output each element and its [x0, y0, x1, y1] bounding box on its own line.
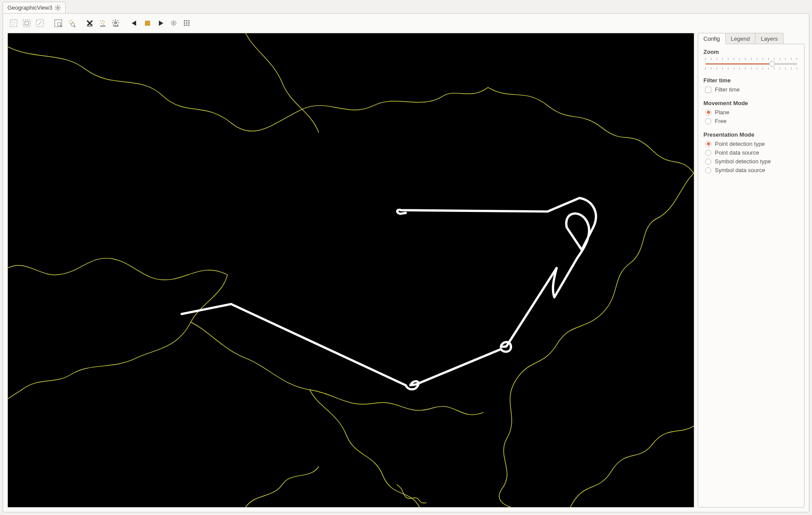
svg-rect-33 — [100, 25, 105, 27]
grid-icon[interactable] — [181, 17, 193, 29]
svg-line-5 — [56, 6, 56, 7]
stop-icon[interactable] — [141, 17, 154, 29]
play-forward-icon[interactable] — [155, 17, 167, 29]
gear-icon — [55, 5, 61, 11]
radio-icon — [705, 118, 711, 124]
content-row: Config Legend Layers Zoom Filter time — [3, 33, 809, 512]
svg-point-12 — [13, 24, 14, 25]
svg-marker-44 — [132, 21, 136, 26]
side-tabs: Config Legend Layers — [698, 33, 805, 44]
zoom-extent-icon[interactable] — [52, 17, 64, 29]
tab-layers[interactable]: Layers — [755, 33, 784, 44]
step-icon[interactable] — [168, 17, 180, 29]
svg-rect-45 — [145, 21, 150, 25]
svg-line-40 — [117, 25, 118, 25]
radio-label: Plane — [715, 109, 729, 116]
svg-line-6 — [60, 9, 60, 10]
svg-rect-14 — [25, 21, 28, 25]
svg-rect-60 — [186, 25, 187, 26]
svg-rect-13 — [23, 20, 30, 27]
svg-line-41 — [113, 25, 114, 25]
radio-icon — [705, 159, 711, 165]
svg-point-19 — [69, 21, 70, 22]
svg-rect-53 — [184, 20, 185, 21]
select-marquee-icon[interactable] — [34, 17, 46, 29]
movement-mode-section: Movement Mode Plane Free — [703, 100, 799, 124]
map-viewport[interactable] — [7, 33, 694, 508]
svg-rect-58 — [188, 22, 190, 24]
select-rect-icon[interactable] — [21, 17, 33, 29]
radio-label: Symbol detection type — [715, 158, 771, 165]
radio-icon — [705, 150, 711, 156]
window-tab-label: GeographicView3 — [7, 4, 52, 11]
zoom-ticks-bottom — [705, 67, 797, 70]
svg-rect-9 — [10, 20, 17, 27]
svg-marker-46 — [159, 21, 163, 26]
filter-time-label: Filter time — [715, 86, 740, 93]
svg-point-50 — [175, 24, 176, 25]
toolbar — [3, 14, 809, 33]
svg-point-17 — [57, 22, 61, 26]
clear-x-icon[interactable] — [84, 17, 96, 29]
svg-line-39 — [113, 20, 114, 21]
radio-label: Point data source — [715, 149, 759, 156]
side-body: Zoom Filter time Filter time — [698, 44, 805, 508]
presentation-symbol-data-source[interactable]: Symbol data source — [705, 167, 799, 173]
movement-mode-free[interactable]: Free — [705, 118, 799, 124]
filter-time-title: Filter time — [703, 77, 799, 84]
svg-rect-43 — [113, 25, 119, 27]
settings-gear-icon[interactable] — [110, 17, 122, 29]
svg-line-7 — [56, 9, 56, 10]
select-area-icon[interactable] — [7, 17, 20, 29]
tab-legend[interactable]: Legend — [725, 33, 756, 44]
presentation-mode-section: Presentation Mode Point detection type P… — [703, 131, 799, 173]
zoom-title: Zoom — [703, 49, 799, 55]
filter-points-icon[interactable] — [97, 17, 109, 29]
svg-point-0 — [57, 7, 60, 9]
svg-point-32 — [103, 24, 104, 25]
svg-point-21 — [70, 23, 70, 24]
play-backward-icon[interactable] — [128, 17, 141, 29]
side-panel: Config Legend Layers Zoom Filter time — [698, 33, 805, 508]
main-panel: Config Legend Layers Zoom Filter time — [3, 13, 809, 512]
svg-rect-61 — [188, 25, 190, 26]
svg-point-34 — [114, 21, 117, 25]
zoom-slider[interactable] — [705, 58, 797, 70]
zoom-section: Zoom — [703, 49, 799, 70]
svg-point-28 — [100, 21, 102, 22]
movement-mode-plane[interactable]: Plane — [705, 109, 799, 116]
svg-point-10 — [12, 21, 13, 22]
window-tab-geographicview[interactable]: GeographicView3 — [3, 2, 66, 13]
svg-point-23 — [71, 23, 74, 26]
svg-line-42 — [117, 20, 118, 21]
svg-point-11 — [14, 22, 15, 23]
svg-rect-56 — [184, 22, 185, 24]
checkbox-icon — [705, 87, 711, 93]
radio-icon — [705, 167, 711, 173]
svg-rect-59 — [184, 25, 185, 26]
presentation-symbol-detection[interactable]: Symbol detection type — [705, 158, 799, 165]
zoom-thumb[interactable] — [769, 61, 775, 67]
svg-line-24 — [74, 26, 75, 27]
svg-rect-55 — [188, 20, 190, 21]
zoom-ticks-top — [705, 58, 797, 60]
svg-point-31 — [104, 21, 105, 23]
window-tabstrip: GeographicView3 — [0, 0, 812, 13]
radio-icon — [705, 109, 711, 116]
filter-time-section: Filter time Filter time — [703, 77, 799, 93]
svg-point-47 — [172, 21, 172, 22]
svg-point-49 — [172, 24, 172, 25]
radio-label: Point detection type — [715, 141, 765, 147]
presentation-point-detection[interactable]: Point detection type — [705, 141, 799, 147]
tab-config[interactable]: Config — [698, 33, 726, 44]
scatter-zoom-icon[interactable] — [65, 17, 77, 29]
radio-icon — [705, 141, 711, 147]
svg-point-29 — [102, 20, 104, 21]
svg-line-8 — [60, 6, 60, 7]
filter-time-checkbox[interactable]: Filter time — [705, 86, 799, 93]
svg-rect-27 — [87, 25, 92, 27]
presentation-mode-title: Presentation Mode — [703, 131, 799, 138]
svg-point-48 — [175, 21, 176, 22]
svg-rect-62 — [8, 33, 694, 507]
presentation-point-data-source[interactable]: Point data source — [705, 149, 799, 156]
